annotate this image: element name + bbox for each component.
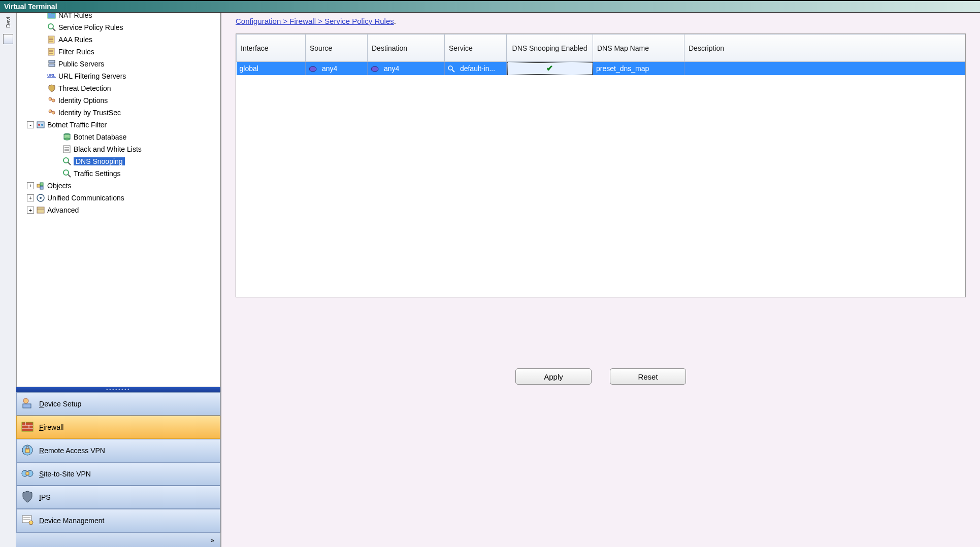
db-icon [62, 132, 72, 142]
devmgmt-icon [21, 514, 35, 528]
svg-point-38 [40, 197, 42, 199]
ips-icon [21, 490, 35, 504]
col-description[interactable]: Description [684, 35, 965, 62]
shield-icon [47, 84, 56, 93]
tree-item-label: Identity Options [58, 96, 108, 105]
cell-service[interactable]: default-in... [445, 62, 507, 75]
tree-item-dns-snooping[interactable]: DNS Snooping [17, 155, 220, 167]
svg-line-31 [68, 162, 71, 165]
left-strip-tab-label[interactable]: Devi [5, 17, 11, 28]
checkmark-icon: ✔ [546, 64, 553, 73]
col-source[interactable]: Source [306, 35, 368, 62]
tree-item-objects[interactable]: +Objects [17, 180, 220, 192]
destination-any-icon [371, 66, 379, 72]
tree-item-botnet-database[interactable]: Botnet Database [17, 131, 220, 143]
document-icon[interactable] [3, 34, 13, 44]
cell-destination-text: any4 [384, 64, 399, 73]
nav-section-label: Firewall [39, 423, 63, 431]
navigation-tree: NAT RulesService Policy RulesAAA RulesFi… [16, 13, 220, 387]
tree-item-unified-communications[interactable]: +Unified Communications [17, 192, 220, 204]
tree-expander-icon[interactable]: + [27, 194, 34, 201]
tree-item-label: Identity by TrustSec [58, 109, 121, 117]
splitter-grip[interactable]: ▴▴▴▴▴▴▴▴ [16, 387, 220, 392]
botnet-icon [36, 120, 45, 129]
folder-icon [47, 13, 56, 20]
tree-item-label: Botnet Database [74, 133, 126, 141]
tree-expander-icon[interactable]: - [27, 121, 34, 128]
svg-line-33 [68, 175, 71, 177]
cell-description[interactable] [684, 62, 965, 75]
button-row: Apply Reset [236, 368, 966, 385]
col-dns-snooping-enabled[interactable]: DNS Snooping Enabled [507, 35, 593, 62]
tree-item-public-servers[interactable]: Public Servers [17, 58, 220, 70]
device-icon [21, 397, 35, 411]
cell-destination[interactable]: any4 [368, 62, 445, 75]
reset-button[interactable]: Reset [610, 368, 686, 385]
tree-item-label: Black and White Lists [74, 145, 142, 153]
tree-item-identity-options[interactable]: Identity Options [17, 94, 220, 107]
col-destination[interactable]: Destination [368, 35, 445, 62]
tree-item-nat-rules[interactable]: NAT Rules [17, 13, 220, 21]
cell-dns-map[interactable]: preset_dns_map [593, 62, 684, 75]
nav-section-remote-access-vpn[interactable]: Remote Access VPN [16, 439, 220, 462]
firewall-icon [21, 420, 35, 434]
content-pane: Configuration > Firewall > Service Polic… [221, 13, 980, 547]
identity-icon [47, 96, 56, 105]
breadcrumb-link-line: Configuration > Firewall > Service Polic… [236, 17, 966, 25]
identity-icon [47, 108, 56, 117]
source-any-icon [309, 66, 317, 72]
tree-item-service-policy-rules[interactable]: Service Policy Rules [17, 21, 220, 33]
tree-item-label: Service Policy Rules [58, 23, 123, 31]
nav-sections: Device SetupFirewallRemote Access VPNSit… [16, 392, 220, 532]
list-icon [62, 145, 72, 154]
tree-item-black-and-white-lists[interactable]: Black and White Lists [17, 143, 220, 155]
tree-item-identity-by-trustsec[interactable]: Identity by TrustSec [17, 107, 220, 119]
svg-point-18 [49, 110, 52, 113]
nav-section-device-management[interactable]: Device Management [16, 509, 220, 532]
main-layout: Devi NAT RulesService Policy RulesAAA Ru… [0, 13, 980, 547]
tree-expander-icon[interactable]: + [27, 207, 34, 214]
tree-item-filter-rules[interactable]: Filter Rules [17, 46, 220, 58]
server-icon [47, 59, 56, 69]
nav-section-site-to-site-vpn[interactable]: Site-to-Site VPN [16, 462, 220, 486]
magnifier-icon [448, 65, 455, 73]
rules-icon [47, 35, 56, 44]
svg-rect-43 [22, 422, 33, 431]
tree-item-botnet-traffic-filter[interactable]: -Botnet Traffic Filter [17, 119, 220, 131]
col-dns-map-name[interactable]: DNS Map Name [593, 35, 684, 62]
svg-text:URL: URL [47, 73, 56, 78]
tree-item-aaa-rules[interactable]: AAA Rules [17, 33, 220, 46]
tree-item-traffic-settings[interactable]: Traffic Settings [17, 167, 220, 180]
tree-item-advanced[interactable]: +Advanced [17, 204, 220, 216]
svg-rect-13 [49, 64, 55, 66]
col-service[interactable]: Service [445, 35, 507, 62]
nav-expand-icon[interactable]: » [211, 536, 214, 544]
svg-point-57 [29, 521, 33, 525]
cell-interface[interactable]: global [237, 62, 306, 75]
cell-dns-enabled[interactable]: ✔ [507, 62, 593, 75]
tree-item-url-filtering-servers[interactable]: URLURL Filtering Servers [17, 70, 220, 82]
tree-item-threat-detection[interactable]: Threat Detection [17, 82, 220, 94]
left-tab-strip: Devi [0, 13, 16, 547]
col-interface[interactable]: Interface [237, 35, 306, 62]
cell-source[interactable]: any4 [306, 62, 368, 75]
nav-section-device-setup[interactable]: Device Setup [16, 392, 220, 416]
apply-button[interactable]: Apply [515, 368, 592, 385]
cell-interface-text: global [240, 64, 258, 73]
nav-section-firewall[interactable]: Firewall [16, 416, 220, 439]
svg-point-25 [64, 138, 70, 140]
tree-item-label: Filter Rules [58, 48, 94, 56]
nav-section-ips[interactable]: IPS [16, 486, 220, 509]
tree-item-label: AAA Rules [58, 36, 92, 44]
tree-item-label: DNS Snooping [74, 157, 125, 165]
service-policy-rules-link[interactable]: Configuration > Firewall > Service Polic… [236, 17, 394, 25]
s2svpn-icon [21, 467, 35, 481]
svg-rect-39 [37, 207, 44, 213]
magnifier-icon [47, 23, 56, 32]
svg-point-30 [63, 158, 69, 163]
svg-rect-12 [49, 60, 55, 63]
table-row[interactable]: global any4 any4 default-in... [237, 62, 965, 75]
url-icon: URL [47, 72, 56, 81]
tree-expander-icon[interactable]: + [27, 182, 34, 189]
svg-point-19 [52, 111, 55, 114]
